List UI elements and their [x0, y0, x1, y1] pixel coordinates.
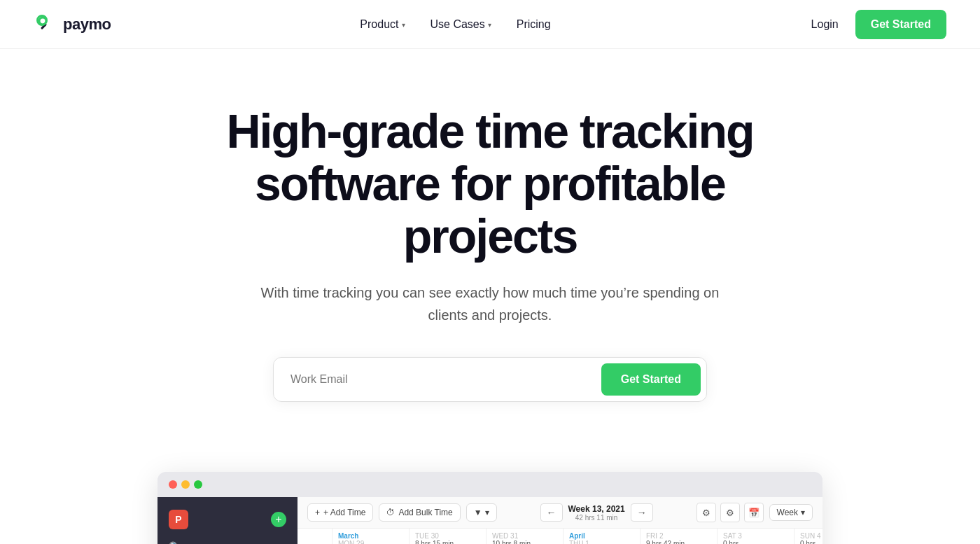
gear-icon[interactable]: ⚙	[720, 503, 740, 522]
filter-control[interactable]: ▼ ▾	[466, 503, 497, 522]
time-header-fri: FRI 2 9 hrs 42 min	[640, 529, 718, 544]
filter-chevron-icon: ▾	[485, 508, 489, 517]
window-dot-green	[194, 480, 202, 489]
get-started-nav-button[interactable]: Get Started	[855, 10, 946, 39]
app-preview: P + 🔍 🏠 Home 📁 Clients 📂 Projects	[0, 472, 980, 544]
app-toolbar: + + Add Time ⏱ Add Bulk Time ▼ ▾ ←	[298, 497, 822, 529]
settings-icon[interactable]: ⚙	[696, 503, 716, 522]
sidebar-search: 🔍	[158, 538, 298, 544]
logo[interactable]: paymo	[34, 12, 111, 37]
prev-week-button[interactable]: ←	[540, 503, 563, 522]
logo-text: paymo	[63, 15, 111, 34]
sidebar-header: P +	[158, 504, 298, 535]
next-week-button[interactable]: →	[631, 503, 653, 522]
sidebar-add-button[interactable]: +	[271, 512, 286, 527]
app-main: + + Add Time ⏱ Add Bulk Time ▼ ▾ ←	[298, 497, 822, 544]
time-header-mon: March MON 29 7 hrs 38 min	[332, 529, 410, 544]
login-button[interactable]: Login	[800, 13, 850, 36]
filter-icon: ▼	[474, 508, 482, 517]
hero-subtitle: With time tracking you can see exactly h…	[245, 281, 735, 326]
nav-actions: Login Get Started	[800, 10, 946, 39]
time-grid-header: March MON 29 7 hrs 38 min TUE 30 8 hrs 1…	[298, 529, 822, 544]
app-sidebar: P + 🔍 🏠 Home 📁 Clients 📂 Projects	[158, 497, 298, 544]
product-chevron-icon: ▾	[402, 21, 405, 29]
hero-title: High-grade time tracking software for pr…	[175, 105, 805, 262]
window-body: P + 🔍 🏠 Home 📁 Clients 📂 Projects	[158, 497, 822, 544]
time-header-label-col	[298, 529, 332, 544]
app-window: P + 🔍 🏠 Home 📁 Clients 📂 Projects	[158, 472, 822, 544]
time-header-tue: TUE 30 8 hrs 15 min	[410, 529, 486, 544]
get-started-hero-button[interactable]: Get Started	[601, 363, 701, 396]
nav-use-cases[interactable]: Use Cases ▾	[421, 13, 501, 36]
time-header-sat: SAT 3 0 hrs	[718, 529, 794, 544]
nav-product[interactable]: Product ▾	[350, 13, 414, 36]
add-time-button[interactable]: + + Add Time	[307, 503, 373, 522]
time-header-wed: WED 31 10 hrs 8 min	[486, 529, 564, 544]
toolbar-nav: ← Week 13, 2021 42 hrs 11 min →	[540, 503, 653, 522]
time-header-thu: April THU 1 6 hrs 28 min	[564, 529, 640, 544]
window-dot-red	[169, 480, 177, 489]
week-display: Week 13, 2021 42 hrs 11 min	[568, 504, 625, 522]
nav-pricing[interactable]: Pricing	[507, 13, 561, 36]
sidebar-logo-icon: P	[169, 510, 188, 529]
time-grid: March MON 29 7 hrs 38 min TUE 30 8 hrs 1…	[298, 529, 822, 544]
svg-point-1	[39, 18, 46, 25]
hero-section: High-grade time tracking software for pr…	[0, 49, 980, 472]
email-input[interactable]	[290, 373, 601, 386]
nav-links: Product ▾ Use Cases ▾ Pricing	[350, 13, 560, 36]
clock-icon: ⏱	[386, 508, 395, 517]
logo-icon	[34, 12, 59, 37]
add-bulk-time-button[interactable]: ⏱ Add Bulk Time	[379, 503, 460, 522]
time-header-sun: SUN 4 0 hrs	[794, 529, 822, 544]
window-chrome	[158, 472, 822, 497]
email-form: Get Started	[273, 357, 707, 402]
navbar: paymo Product ▾ Use Cases ▾ Pricing Logi…	[0, 0, 980, 49]
use-cases-chevron-icon: ▾	[488, 21, 491, 29]
plus-icon: +	[315, 508, 320, 517]
search-icon: 🔍	[169, 541, 181, 544]
email-form-wrapper: Get Started	[34, 357, 946, 402]
window-dot-yellow	[181, 480, 190, 489]
calendar-icon[interactable]: 📅	[744, 503, 764, 522]
week-select-chevron-icon: ▾	[801, 508, 805, 517]
toolbar-icons: ⚙ ⚙ 📅	[696, 503, 764, 522]
week-view-selector[interactable]: Week ▾	[769, 504, 813, 521]
